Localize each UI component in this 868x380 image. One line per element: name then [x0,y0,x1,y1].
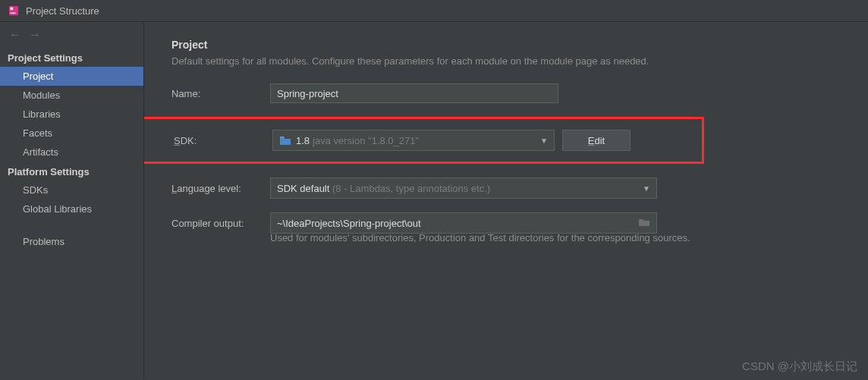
row-name: Name: [171,83,841,103]
sidebar-item-label: Modules [23,90,60,101]
sidebar-item-label: Artifacts [23,146,58,158]
row-compiler-output: Compiler output: ~\IdeaProjects\Spring-p… [171,212,841,234]
window-title: Project Structure [26,5,99,17]
sidebar-item-global-libraries[interactable]: Global Libraries [0,199,143,218]
nav-arrows: ← → [0,22,143,48]
name-input[interactable] [270,83,558,103]
language-level-subvalue: (8 - Lambdas, type annotations etc.) [332,183,490,194]
forward-arrow-icon[interactable]: → [29,28,41,42]
row-language-level: Language level:Language level: SDK defau… [171,177,841,199]
title-bar: Project Structure [0,0,868,22]
folder-icon [279,135,291,146]
app-icon [8,5,20,17]
watermark: CSDN @小刘成长日记 [742,360,857,374]
compiler-output-label: Compiler output: [171,218,263,229]
folder-browse-icon[interactable] [638,217,650,229]
sdk-value: 1.8 [296,135,310,146]
language-level-label: Language level:Language level: [171,183,263,194]
sidebar-item-sdks[interactable]: SDKs [0,181,143,199]
sidebar-item-libraries[interactable]: Libraries [0,105,143,124]
page-subtitle: Default settings for all modules. Config… [171,55,841,67]
language-level-dropdown[interactable]: SDK default (8 - Lambdas, type annotatio… [270,177,657,199]
sidebar-item-label: Project [23,71,53,82]
sdk-dropdown[interactable]: 1.8 java version "1.8.0_271" ▼ [272,130,555,151]
page-title: Project [171,39,841,51]
section-platform-settings: Platform Settings [0,162,143,181]
section-project-settings: Project Settings [0,48,143,67]
sdk-label: SSDK:DK: [174,135,265,146]
svg-rect-2 [11,13,16,14]
compiler-output-help: Used for modules' subdirectories, Produc… [270,232,841,243]
sidebar-item-artifacts[interactable]: Artifacts [0,143,143,162]
sdk-subvalue: java version "1.8.0_271" [313,135,419,146]
compiler-output-field[interactable]: ~\IdeaProjects\Spring-project\out [270,212,657,234]
sidebar-item-label: SDKs [23,184,48,196]
sidebar-item-facets[interactable]: Facets [0,124,143,143]
compiler-output-value: ~\IdeaProjects\Spring-project\out [277,218,421,229]
chevron-down-icon: ▼ [643,184,650,193]
sidebar-item-problems[interactable]: Problems [0,232,143,251]
sdk-highlight-box: SSDK:DK: 1.8 java version "1.8.0_271" ▼ … [144,117,704,164]
sidebar: ← → Project Settings Project Modules Lib… [0,22,144,379]
language-level-value: SDK default [277,183,329,194]
sidebar-item-label: Facets [23,127,52,139]
sidebar-item-label: Libraries [23,108,61,120]
name-label: Name: [171,88,263,99]
svg-rect-1 [11,8,14,11]
sidebar-item-project[interactable]: Project [0,67,143,86]
sidebar-item-label: Problems [23,236,64,247]
sidebar-item-label: Global Libraries [23,203,92,215]
back-arrow-icon[interactable]: ← [9,28,21,42]
edit-button[interactable]: EditEdit [562,130,631,151]
sidebar-item-modules[interactable]: Modules [0,86,143,105]
main-panel: Project Default settings for all modules… [144,22,868,379]
chevron-down-icon: ▼ [540,137,548,145]
